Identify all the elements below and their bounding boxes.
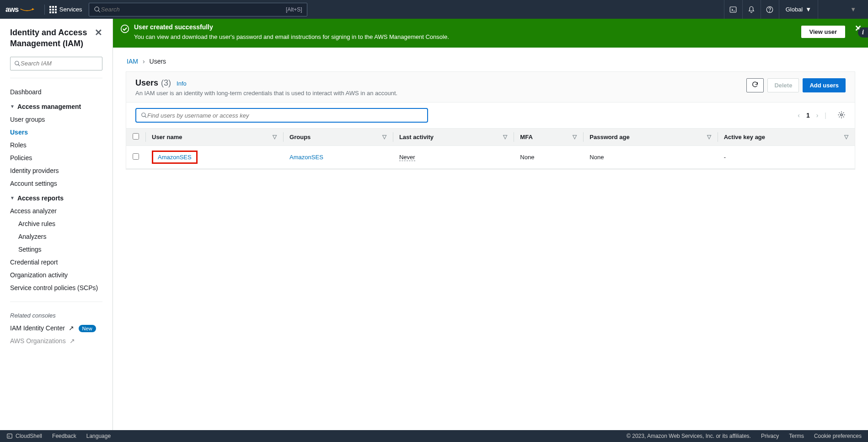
table-row: AmazonSES AmazonSES Never None None - <box>126 146 855 169</box>
table-settings-icon[interactable] <box>837 111 846 120</box>
nav-access-analyzer[interactable]: Access analyzer <box>10 205 102 217</box>
success-check-icon <box>120 24 129 33</box>
sort-icon[interactable]: ▽ <box>707 134 711 140</box>
nav-roles[interactable]: Roles <box>10 139 102 151</box>
sidebar-title: Identity and Access Management (IAM) <box>10 27 95 49</box>
global-search[interactable]: [Alt+S] <box>89 3 307 16</box>
panel-title: Users (3) Info <box>135 78 187 88</box>
grid-icon <box>49 6 57 13</box>
aws-logo[interactable]: aws <box>5 5 34 14</box>
row-checkbox[interactable] <box>133 153 139 160</box>
top-nav: aws Services [Alt+S] Global▼ ▼ <box>0 0 868 19</box>
svg-point-5 <box>770 11 770 12</box>
breadcrumb-root[interactable]: IAM <box>127 58 138 65</box>
nav-users[interactable]: Users <box>10 126 102 139</box>
topnav-right: Global▼ ▼ <box>724 0 863 19</box>
prev-page-icon[interactable]: ‹ <box>798 112 800 119</box>
caret-down-icon: ▼ <box>850 6 856 13</box>
nav-account-settings[interactable]: Account settings <box>10 177 102 190</box>
user-count: (3) <box>161 78 171 88</box>
nav-dashboard[interactable]: Dashboard <box>10 86 102 98</box>
nav-aws-organizations[interactable]: AWS Organizations ↗ <box>10 334 102 347</box>
find-users-input[interactable] <box>147 112 423 119</box>
col-username[interactable]: User name▽ <box>145 129 283 146</box>
sidebar-search[interactable] <box>10 57 102 70</box>
svg-point-11 <box>841 113 843 116</box>
svg-point-6 <box>15 61 19 65</box>
col-last-activity[interactable]: Last activity▽ <box>393 129 514 146</box>
nav-scps[interactable]: Service control policies (SCPs) <box>10 281 102 294</box>
chevron-right-icon: › <box>143 58 145 65</box>
svg-line-10 <box>145 116 147 118</box>
svg-point-9 <box>142 113 145 117</box>
divider <box>44 5 45 15</box>
notifications-icon[interactable] <box>742 0 761 19</box>
group-link[interactable]: AmazonSES <box>289 154 323 161</box>
section-access-reports[interactable]: Access reports <box>10 190 102 205</box>
sort-icon[interactable]: ▽ <box>273 134 277 140</box>
col-groups[interactable]: Groups▽ <box>283 129 393 146</box>
aws-smile-icon <box>20 7 34 12</box>
refresh-icon <box>751 81 759 88</box>
svg-point-8 <box>121 25 129 33</box>
nav-credential-report[interactable]: Credential report <box>10 256 102 269</box>
nav-analyzers[interactable]: Analyzers <box>10 230 102 243</box>
caret-down-icon: ▼ <box>805 6 811 13</box>
help-icon[interactable] <box>761 0 779 19</box>
banner-title: User created successfully <box>134 23 449 31</box>
breadcrumb-current: Users <box>150 58 166 65</box>
nav-identity-providers[interactable]: Identity providers <box>10 164 102 177</box>
search-icon <box>141 112 147 119</box>
info-link[interactable]: Info <box>177 80 187 87</box>
add-users-button[interactable]: Add users <box>803 78 846 92</box>
main-content: User created successfully You can view a… <box>113 19 868 430</box>
sort-icon[interactable]: ▽ <box>573 134 577 140</box>
sidebar-close-icon[interactable]: ✕ <box>95 27 102 38</box>
refresh-button[interactable] <box>746 78 764 92</box>
next-page-icon[interactable]: › <box>816 112 819 119</box>
col-password-age[interactable]: Password age▽ <box>583 129 717 146</box>
nav-archive-rules[interactable]: Archive rules <box>10 217 102 230</box>
sort-icon[interactable]: ▽ <box>844 134 848 140</box>
nav-user-groups[interactable]: User groups <box>10 113 102 126</box>
find-users-input-wrap[interactable] <box>135 108 428 123</box>
page-number: 1 <box>806 112 810 119</box>
delete-button[interactable]: Delete <box>767 78 799 92</box>
view-user-button[interactable]: View user <box>801 26 845 38</box>
panel-subtitle: An IAM user is an identity with long-ter… <box>135 90 397 97</box>
search-shortcut: [Alt+S] <box>286 6 302 13</box>
related-consoles-label: Related consoles <box>10 309 102 322</box>
select-all-checkbox[interactable] <box>133 133 139 140</box>
nav-iam-identity-center[interactable]: IAM Identity Center ↗ New <box>10 322 102 334</box>
sidebar: Identity and Access Management (IAM) ✕ D… <box>0 19 113 430</box>
info-panel-toggle[interactable]: i <box>858 27 868 38</box>
nav-settings[interactable]: Settings <box>10 243 102 256</box>
nav-organization-activity[interactable]: Organization activity <box>10 269 102 281</box>
search-icon <box>94 6 101 13</box>
external-link-icon: ↗ <box>70 337 75 345</box>
section-access-management[interactable]: Access management <box>10 98 102 113</box>
svg-rect-2 <box>730 7 736 12</box>
search-input[interactable] <box>101 6 286 13</box>
search-icon <box>14 60 21 67</box>
active-key-age-value: - <box>718 146 855 169</box>
success-banner: User created successfully You can view a… <box>113 19 868 48</box>
svg-line-7 <box>18 64 20 66</box>
password-age-value: None <box>583 146 717 169</box>
col-active-key-age[interactable]: Active key age▽ <box>718 129 855 146</box>
cloudshell-top-icon[interactable] <box>724 0 742 19</box>
nav-policies[interactable]: Policies <box>10 151 102 164</box>
services-menu[interactable]: Services <box>49 6 82 13</box>
col-mfa[interactable]: MFA▽ <box>514 129 583 146</box>
region-selector[interactable]: Global▼ <box>779 0 818 19</box>
account-menu[interactable]: ▼ <box>818 0 863 19</box>
services-label: Services <box>59 6 82 13</box>
pagination: ‹ 1 › | <box>798 111 846 120</box>
users-table: User name▽ Groups▽ Last activity▽ MFA▽ P… <box>126 128 855 169</box>
sidebar-search-input[interactable] <box>21 60 98 67</box>
sort-icon[interactable]: ▽ <box>382 134 386 140</box>
user-link[interactable]: AmazonSES <box>158 154 192 161</box>
users-panel: Users (3) Info An IAM user is an identit… <box>126 71 855 169</box>
banner-message: You can view and download the user's pas… <box>134 33 449 40</box>
sort-icon[interactable]: ▽ <box>503 134 507 140</box>
